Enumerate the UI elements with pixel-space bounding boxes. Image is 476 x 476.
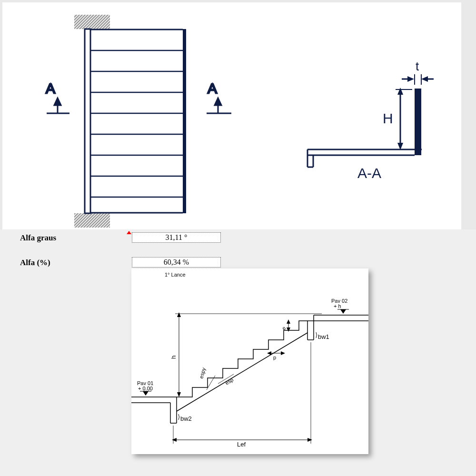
- section-name: A-A: [357, 165, 381, 181]
- alfa-graus-label: Alfa graus: [20, 233, 56, 243]
- plan-and-section-svg: A A H: [3, 3, 461, 229]
- svg-rect-1: [74, 15, 110, 29]
- section-AA: H t A-A: [307, 59, 434, 181]
- stair-title: 1° Lance: [165, 272, 186, 278]
- svg-marker-32: [407, 76, 414, 82]
- stair-section-svg: 1° Lance Pav 02 + h bw1: [131, 268, 368, 454]
- dim-H: H: [383, 110, 393, 126]
- dim-t: t: [416, 59, 419, 73]
- svg-rect-2: [74, 213, 110, 228]
- svg-marker-34: [421, 76, 428, 82]
- section-label-A-left: A: [46, 80, 55, 96]
- svg-line-51: [177, 333, 307, 411]
- cell-marker-icon: [127, 231, 131, 234]
- svg-marker-28: [397, 88, 403, 95]
- bw1-label: bw1: [318, 333, 329, 340]
- svg-marker-63: [281, 351, 285, 355]
- svg-marker-66: [287, 327, 290, 332]
- p-label: p: [273, 355, 276, 360]
- svg-rect-26: [415, 89, 421, 155]
- section-marker-right: A: [207, 80, 231, 113]
- alfa-pct-value[interactable]: 60,34 %: [132, 257, 221, 268]
- pav01-level: + 0.00: [138, 386, 153, 391]
- espy-label: espy: [198, 367, 207, 379]
- stair-section-card: 1° Lance Pav 02 + h bw1: [131, 268, 368, 454]
- svg-marker-49: [143, 391, 149, 396]
- svg-marker-58: [307, 438, 312, 442]
- svg-marker-17: [54, 98, 61, 105]
- lef-label: Lef: [237, 441, 246, 448]
- svg-marker-54: [177, 392, 181, 397]
- top-diagram-panel: A A H: [2, 2, 461, 229]
- h-label: h: [170, 356, 177, 359]
- bw2-label: bw2: [180, 415, 192, 422]
- svg-marker-53: [177, 312, 181, 317]
- svg-rect-4: [183, 29, 186, 213]
- alfa-graus-value[interactable]: 31,11 °: [132, 232, 221, 243]
- alfa-pct-label: Alfa (%): [20, 258, 50, 268]
- section-marker-left: A: [46, 80, 69, 113]
- svg-marker-42: [340, 309, 346, 314]
- svg-marker-65: [287, 319, 290, 324]
- section-label-A-right: A: [208, 80, 217, 96]
- svg-rect-3: [85, 29, 90, 213]
- form-panel: Alfa graus 31,11 ° Alfa (%) 60,34 % 1° L…: [0, 229, 476, 476]
- esp-label: esp: [224, 377, 234, 386]
- svg-marker-57: [172, 438, 177, 442]
- pav02-level: + h: [334, 303, 341, 309]
- svg-marker-62: [267, 351, 271, 355]
- plan-view: [74, 15, 186, 228]
- svg-marker-20: [215, 98, 221, 105]
